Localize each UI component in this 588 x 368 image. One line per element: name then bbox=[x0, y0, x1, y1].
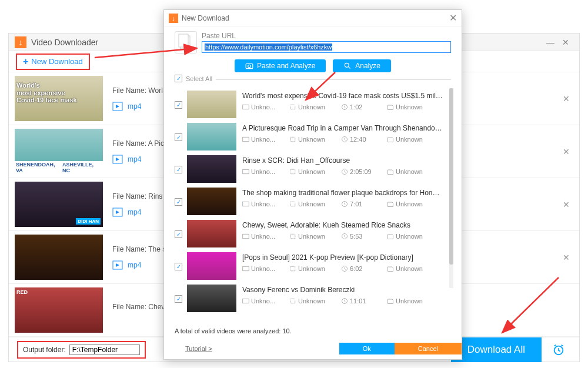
video-thumbnail bbox=[187, 155, 236, 183]
schedule-button[interactable] bbox=[546, 337, 571, 362]
video-checkbox[interactable]: ✓ bbox=[175, 263, 182, 270]
format-label: mp4 bbox=[128, 155, 141, 163]
new-download-button[interactable]: + New Download bbox=[16, 53, 90, 70]
row-close-icon[interactable]: ✕ bbox=[563, 94, 570, 103]
video-thumbnail bbox=[187, 285, 236, 312]
video-meta: Unkno...Unknown6:02Unknown bbox=[242, 265, 443, 272]
video-checkbox[interactable]: ✓ bbox=[175, 230, 182, 238]
format-label: mp4 bbox=[128, 261, 141, 269]
video-item[interactable]: ✓Rinse x SCR: Didi Han _OffcourseUnkno..… bbox=[175, 153, 445, 185]
svg-rect-28 bbox=[243, 299, 249, 303]
thumbnail: SHENENDOAH, VAASHEVILLE, NC bbox=[15, 129, 103, 174]
dialog-title: New Download bbox=[182, 14, 229, 22]
svg-rect-10 bbox=[243, 105, 249, 109]
clipboard-icon bbox=[175, 31, 197, 53]
svg-rect-6 bbox=[179, 34, 188, 47]
svg-rect-17 bbox=[290, 169, 295, 174]
ok-button[interactable]: Ok bbox=[339, 343, 395, 354]
analyze-button[interactable]: Analyze bbox=[333, 59, 391, 72]
format-label: mp4 bbox=[128, 102, 141, 111]
row-close-icon[interactable]: ✕ bbox=[563, 253, 570, 262]
video-title: [Pops in Seoul] 2021 K-pop Preview [K-po… bbox=[242, 253, 443, 262]
video-thumbnail bbox=[187, 188, 236, 215]
output-folder-box: Output folder: bbox=[17, 341, 146, 359]
search-icon bbox=[343, 62, 352, 70]
camera-icon bbox=[245, 62, 253, 70]
scrollbar[interactable] bbox=[449, 88, 453, 288]
format-icon bbox=[112, 260, 123, 270]
video-checkbox[interactable]: ✓ bbox=[175, 198, 182, 206]
select-all-label: Select All bbox=[186, 75, 212, 82]
select-all-checkbox[interactable]: ✓ bbox=[175, 75, 182, 82]
video-meta: Unkno...Unknown1:02Unknown bbox=[242, 103, 443, 111]
svg-rect-23 bbox=[290, 234, 295, 239]
svg-rect-16 bbox=[243, 169, 249, 174]
row-close-icon[interactable]: ✕ bbox=[563, 147, 570, 156]
format-label: mp4 bbox=[128, 208, 141, 216]
cancel-button[interactable]: Cancel bbox=[395, 343, 462, 354]
close-button[interactable]: ✕ bbox=[558, 36, 573, 48]
video-meta: Unkno...Unknown2:05:09Unknown bbox=[242, 168, 443, 175]
video-title: The shop making traditional flower plaqu… bbox=[242, 189, 443, 197]
new-download-dialog: ↓ New Download ✕ Paste URL https://www.d… bbox=[163, 9, 462, 360]
app-title: Video Downloader bbox=[31, 38, 98, 47]
video-title: A Picturesque Road Trip in a Camper Van … bbox=[242, 124, 443, 132]
video-meta: Unkno...Unknown11:01Unknown bbox=[242, 297, 443, 305]
thumbnail: World's most expensive Covid-19 face mas… bbox=[15, 76, 103, 121]
video-checkbox[interactable]: ✓ bbox=[175, 101, 182, 109]
thumbnail: RED bbox=[15, 287, 103, 333]
alarm-clock-icon bbox=[552, 343, 565, 356]
video-thumbnail bbox=[187, 91, 236, 118]
output-folder-label: Output folder: bbox=[23, 346, 66, 354]
svg-rect-11 bbox=[290, 105, 295, 109]
minimize-button[interactable]: — bbox=[543, 36, 558, 48]
analyze-note: A total of valid videos were analyzed: 1… bbox=[164, 324, 462, 338]
video-item[interactable]: ✓World's most expensive Covid-19 face ma… bbox=[175, 88, 445, 121]
output-folder-input[interactable] bbox=[69, 344, 140, 355]
svg-rect-14 bbox=[290, 137, 295, 142]
format-icon bbox=[112, 155, 123, 164]
tutorial-link[interactable]: Tutorial > bbox=[185, 345, 212, 352]
video-list: ✓World's most expensive Covid-19 face ma… bbox=[175, 88, 453, 324]
new-download-label: New Download bbox=[31, 57, 82, 66]
svg-rect-13 bbox=[243, 137, 249, 142]
video-thumbnail bbox=[187, 220, 236, 247]
video-item[interactable]: ✓Vasony Ferenc vs Dominik BereczkiUnkno.… bbox=[175, 282, 445, 315]
dialog-close-button[interactable]: ✕ bbox=[449, 12, 457, 24]
video-title: Rinse x SCR: Didi Han _Offcourse bbox=[242, 156, 443, 165]
format-icon bbox=[112, 102, 123, 111]
video-thumbnail bbox=[187, 123, 236, 150]
video-item[interactable]: ✓Chewy, Sweet, Adorable: Kueh Steamed Ri… bbox=[175, 218, 445, 250]
svg-rect-25 bbox=[243, 266, 249, 271]
svg-point-8 bbox=[248, 65, 251, 68]
paste-url-label: Paste URL bbox=[202, 32, 451, 40]
video-title: Vasony Ferenc vs Dominik Bereczki bbox=[242, 286, 443, 294]
thumbnail bbox=[15, 235, 103, 280]
video-item[interactable]: ✓A Picturesque Road Trip in a Camper Van… bbox=[175, 121, 445, 153]
dialog-titlebar: ↓ New Download ✕ bbox=[164, 10, 462, 26]
svg-rect-20 bbox=[290, 202, 295, 206]
url-input[interactable]: https://www.dailymotion.com/playlist/x6h… bbox=[202, 41, 451, 53]
video-checkbox[interactable]: ✓ bbox=[175, 133, 182, 141]
video-item[interactable]: ✓[Pops in Seoul] 2021 K-pop Preview [K-p… bbox=[175, 250, 445, 282]
svg-rect-19 bbox=[243, 202, 249, 206]
dialog-icon: ↓ bbox=[169, 14, 178, 23]
svg-point-9 bbox=[345, 63, 349, 67]
svg-rect-22 bbox=[243, 234, 249, 239]
video-checkbox[interactable]: ✓ bbox=[175, 295, 182, 303]
download-all-button[interactable]: Download All bbox=[451, 337, 542, 362]
svg-rect-29 bbox=[290, 299, 295, 303]
video-title: Chewy, Sweet, Adorable: Kueh Steamed Ric… bbox=[242, 221, 443, 229]
plus-icon: + bbox=[23, 56, 28, 67]
thumbnail: DIDI HAN bbox=[15, 182, 103, 227]
app-icon: ↓ bbox=[15, 36, 26, 48]
paste-and-analyze-button[interactable]: Paste and Analyze bbox=[235, 59, 326, 72]
video-thumbnail bbox=[187, 252, 236, 280]
video-meta: Unkno...Unknown7:01Unknown bbox=[242, 200, 443, 208]
video-item[interactable]: ✓The shop making traditional flower plaq… bbox=[175, 185, 445, 218]
format-icon bbox=[112, 208, 123, 217]
video-meta: Unkno...Unknown12:40Unknown bbox=[242, 136, 443, 143]
video-checkbox[interactable]: ✓ bbox=[175, 166, 182, 173]
row-close-icon[interactable]: ✕ bbox=[563, 200, 570, 209]
scrollbar-thumb[interactable] bbox=[449, 88, 453, 265]
